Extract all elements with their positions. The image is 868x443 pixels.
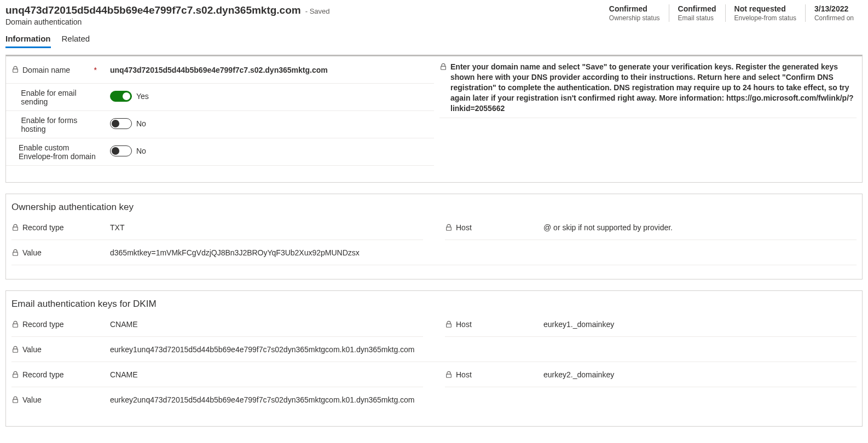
lock-icon xyxy=(11,320,19,328)
ownership-value-value[interactable]: d365mktkey=1mVMkFCgVdzjQJ8Bn3J2BROyYqF3U… xyxy=(105,248,857,257)
status-envelope: Not requested Envelope-from status xyxy=(725,4,805,22)
page-title: unq473d72015d5d44b5b69e4e799f7c7.s02.dyn… xyxy=(5,4,301,16)
lock-icon xyxy=(11,224,19,231)
enable-envelope-toggle[interactable] xyxy=(110,145,132,156)
dkim-rec1-value-row: Value eurkey1unq473d72015d5d44b5b69e4e79… xyxy=(11,337,857,362)
enable-forms-toggle[interactable] xyxy=(110,118,132,129)
dkim-rec1-type-row: Record type CNAME xyxy=(11,312,423,337)
status-label: Ownership status xyxy=(609,14,660,22)
host-label: Host xyxy=(456,370,472,379)
dkim-rec2-type-value[interactable]: CNAME xyxy=(105,370,423,379)
form-right-column: Enter your domain name and select "Save"… xyxy=(434,56,862,182)
dkim-rec1-host-row: Host eurkey1._domainkey xyxy=(445,312,857,337)
dkim-rec1-host-value[interactable]: eurkey1._domainkey xyxy=(538,320,857,329)
lock-icon xyxy=(445,320,453,328)
status-label: Envelope-from status xyxy=(734,14,796,22)
help-text-row: Enter your domain name and select "Save"… xyxy=(439,62,857,118)
dkim-rec2-type-row: Record type CNAME xyxy=(11,362,423,387)
enable-envelope-value: No xyxy=(136,147,146,155)
enable-forms-value: No xyxy=(136,119,146,128)
lock-icon xyxy=(11,66,19,73)
status-confirmed-on: 3/13/2022 Confirmed on xyxy=(805,4,863,22)
lock-icon xyxy=(11,249,19,257)
value-label: Value xyxy=(22,248,42,257)
status-value: Confirmed xyxy=(678,4,716,13)
ownership-value-row: Value d365mktkey=1mVMkFCgVdzjQJ8Bn3J2BRO… xyxy=(11,240,857,265)
dkim-rec2-host-row: Host eurkey2._domainkey xyxy=(445,362,857,387)
tab-information[interactable]: Information xyxy=(5,34,51,48)
main-form-panel: Domain name * unq473d72015d5d44b5b69e4e7… xyxy=(5,55,863,183)
dkim-panel: Email authentication keys for DKIM Recor… xyxy=(5,290,863,427)
status-value: Confirmed xyxy=(609,4,660,13)
domain-name-label: Domain name xyxy=(22,66,70,74)
dkim-rec2-value-value[interactable]: eurkey2unq473d72015d5d44b5b69e4e799f7c7s… xyxy=(105,395,857,404)
status-email: Confirmed Email status xyxy=(669,4,725,22)
status-label: Confirmed on xyxy=(814,14,854,22)
value-label: Value xyxy=(22,345,42,354)
dkim-rec1-type-value[interactable]: CNAME xyxy=(105,320,423,329)
ownership-title: Ownership authentication key xyxy=(11,202,857,213)
lock-icon xyxy=(439,62,447,113)
lock-icon xyxy=(445,371,453,378)
status-value: Not requested xyxy=(734,4,796,13)
page-subtitle: Domain authentication xyxy=(5,18,600,26)
ownership-panel: Ownership authentication key Record type… xyxy=(5,194,863,279)
help-text: Enter your domain name and select "Save"… xyxy=(450,62,857,113)
tab-bar: Information Related xyxy=(0,26,868,48)
required-indicator: * xyxy=(94,66,101,74)
enable-envelope-row: Enable custom Envelope-from domain No xyxy=(6,138,434,166)
enable-email-label: Enable for email sending xyxy=(21,89,101,106)
host-label: Host xyxy=(456,223,472,232)
domain-name-value[interactable]: unq473d72015d5d44b5b69e4e799f7c7.s02.dyn… xyxy=(105,66,429,74)
page-header: unq473d72015d5d44b5b69e4e799f7c7.s02.dyn… xyxy=(0,0,868,26)
lock-icon xyxy=(11,371,19,378)
header-left: unq473d72015d5d44b5b69e4e799f7c7.s02.dyn… xyxy=(5,4,600,26)
enable-forms-label: Enable for forms hosting xyxy=(21,116,101,133)
enable-envelope-label: Enable custom Envelope-from domain xyxy=(19,143,101,161)
dkim-rec2-value-row: Value eurkey2unq473d72015d5d44b5b69e4e79… xyxy=(11,387,857,412)
ownership-record-type-value[interactable]: TXT xyxy=(105,223,423,232)
header-status-group: Confirmed Ownership status Confirmed Ema… xyxy=(600,4,863,22)
tab-related[interactable]: Related xyxy=(62,34,90,48)
enable-email-row: Enable for email sending Yes xyxy=(6,84,434,111)
ownership-record-type-row: Record type TXT xyxy=(11,215,423,240)
record-type-label: Record type xyxy=(22,223,63,232)
lock-icon xyxy=(11,396,19,404)
host-label: Host xyxy=(456,320,472,329)
status-ownership: Confirmed Ownership status xyxy=(600,4,669,22)
record-type-label: Record type xyxy=(22,370,63,379)
record-type-label: Record type xyxy=(22,320,63,329)
lock-icon xyxy=(11,346,19,353)
ownership-host-row: Host @ or skip if not supported by provi… xyxy=(445,215,857,240)
enable-forms-row: Enable for forms hosting No xyxy=(6,111,434,138)
enable-email-value: Yes xyxy=(136,92,149,101)
domain-name-row: Domain name * unq473d72015d5d44b5b69e4e7… xyxy=(6,56,434,84)
dkim-rec2-host-value[interactable]: eurkey2._domainkey xyxy=(538,370,857,379)
lock-icon xyxy=(445,224,453,231)
enable-email-toggle[interactable] xyxy=(110,91,132,102)
ownership-host-value[interactable]: @ or skip if not supported by provider. xyxy=(538,223,857,232)
saved-label: - Saved xyxy=(305,7,330,15)
status-value: 3/13/2022 xyxy=(814,4,854,13)
form-left-column: Domain name * unq473d72015d5d44b5b69e4e7… xyxy=(6,56,434,182)
status-label: Email status xyxy=(678,14,716,22)
dkim-title: Email authentication keys for DKIM xyxy=(11,299,857,310)
value-label: Value xyxy=(22,395,42,404)
dkim-rec1-value-value[interactable]: eurkey1unq473d72015d5d44b5b69e4e799f7c7s… xyxy=(105,345,857,354)
